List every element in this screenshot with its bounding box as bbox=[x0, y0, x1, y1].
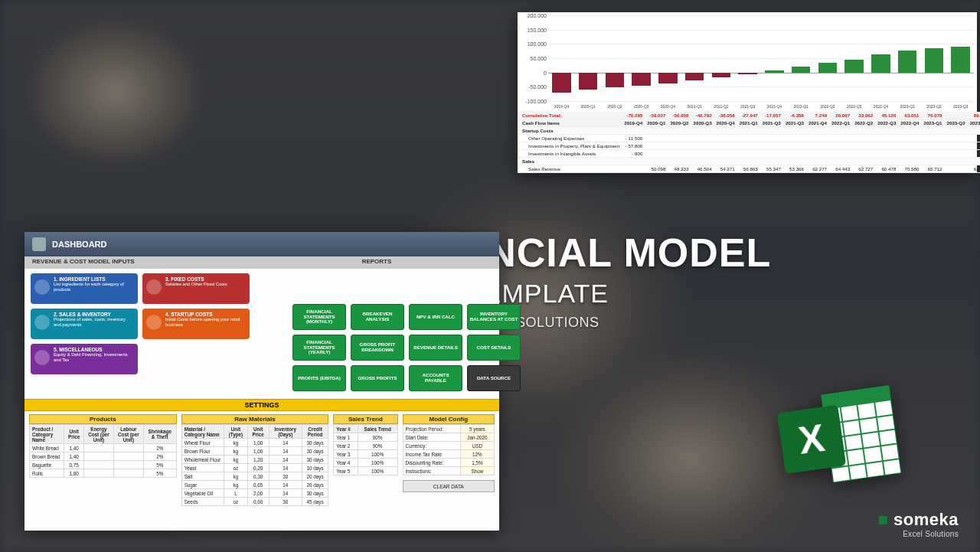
section-left-label: REVENUE & COST MODEL INPUTS bbox=[32, 258, 262, 267]
model-config-title: Model Config bbox=[403, 414, 495, 424]
someka-tagline: Excel Solutions bbox=[878, 530, 959, 538]
report-button[interactable]: PROFITS (EBITDA) bbox=[292, 365, 346, 391]
nav-card[interactable]: 3. FIXED COSTSSalaries and Other Fixed C… bbox=[142, 273, 250, 304]
raw-materials-table: Material / Category NameUnit (Type)Unit … bbox=[181, 424, 329, 506]
products-title: Products bbox=[29, 414, 177, 424]
report-buttons: FINANCIAL STATEMENTS (MONTHLY)BREAKEVEN … bbox=[24, 302, 521, 397]
raw-materials-title: Raw Materials bbox=[181, 414, 329, 424]
settings-band: SETTINGS bbox=[24, 399, 499, 411]
section-right-label: REPORTS bbox=[262, 258, 492, 267]
report-button[interactable]: ACCOUNTS PAYABLE bbox=[409, 365, 462, 391]
excel-icon: X bbox=[774, 376, 903, 498]
chart-area: -100.000-50.000050.000100.000150.000200.… bbox=[518, 12, 977, 104]
someka-wordmark: ■ someka bbox=[878, 510, 959, 530]
cashflow-table: Cumulative Total:-70.295-59.037-50.608-4… bbox=[518, 112, 980, 173]
model-config-box: Model Config Projection Period:5 yearsSt… bbox=[403, 414, 495, 506]
clear-data-button[interactable]: CLEAR DATA bbox=[403, 480, 495, 492]
dashboard-icon bbox=[32, 237, 46, 251]
template-promo-stage: BAKERY FINANCIAL MODEL EXCEL TEMPLATE by… bbox=[0, 0, 980, 552]
sales-trend-table: Year #Sales TrendYear 180%Year 290%Year … bbox=[333, 424, 397, 475]
raw-materials-box: Raw Materials Material / Category NameUn… bbox=[181, 414, 329, 506]
someka-logo: ■ someka Excel Solutions bbox=[878, 510, 959, 538]
report-button[interactable]: DATA SOURCE bbox=[467, 365, 521, 391]
sales-trend-title: Sales Trend bbox=[333, 414, 397, 424]
sales-trend-box: Sales Trend Year #Sales TrendYear 180%Ye… bbox=[333, 414, 397, 506]
report-button[interactable]: REVENUE DETAILS bbox=[409, 335, 462, 361]
dashboard-section-bar: REVENUE & COST MODEL INPUTS REPORTS bbox=[24, 256, 499, 269]
chart-x-labels: 2019-Q42020-Q12020-Q22020-Q32020-Q42021-… bbox=[518, 104, 977, 109]
dashboard-panel: DASHBOARD REVENUE & COST MODEL INPUTS RE… bbox=[24, 232, 499, 531]
report-button[interactable]: BREAKEVEN ANALYSIS bbox=[351, 304, 404, 330]
dashboard-header: DASHBOARD bbox=[24, 232, 499, 256]
model-config-table: Projection Period:5 yearsStart Date:Jan-… bbox=[403, 424, 495, 475]
report-button[interactable]: GROSS PROFIT BREAKDOWN bbox=[351, 335, 404, 361]
dashboard-middle: 1. INGREDIENT LISTSList ingredients for … bbox=[24, 269, 499, 399]
settings-grid: Products Product / Category NameUnit Pri… bbox=[24, 411, 499, 509]
cashflow-chart-panel: -100.000-50.000050.000100.000150.000200.… bbox=[518, 12, 977, 173]
dashboard-title: DASHBOARD bbox=[52, 240, 107, 249]
report-button[interactable]: FINANCIAL STATEMENTS (YEARLY) bbox=[292, 335, 346, 361]
report-button[interactable]: GROSS PROFITS bbox=[351, 365, 404, 391]
report-button[interactable]: COST DETAILS bbox=[467, 335, 521, 361]
nav-card[interactable]: 1. INGREDIENT LISTSList ingredients for … bbox=[31, 273, 138, 304]
report-button[interactable]: NPV & IRR CALC bbox=[409, 304, 462, 330]
report-button[interactable]: FINANCIAL STATEMENTS (MONTHLY) bbox=[292, 304, 346, 330]
products-box: Products Product / Category NameUnit Pri… bbox=[29, 414, 177, 506]
excel-x-icon: X bbox=[777, 405, 846, 474]
report-button[interactable]: INVENTORY BALANCES AT COST bbox=[467, 304, 521, 330]
products-table: Product / Category NameUnit PriceEnergy … bbox=[29, 424, 177, 478]
